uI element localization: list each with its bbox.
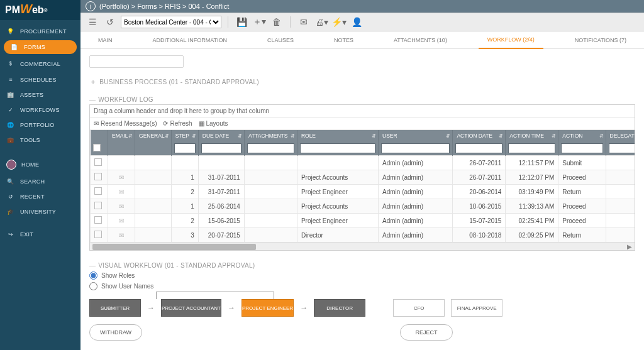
withdraw-button[interactable]: Withdraw (89, 324, 142, 341)
workflow-log-header[interactable]: Workflow Log (89, 96, 635, 103)
group-hint[interactable]: Drag a column header and drop it here to… (90, 105, 635, 118)
sidebar-item-schedules[interactable]: ≡Schedules (0, 72, 80, 87)
col-general[interactable]: General⇵ (135, 130, 172, 141)
row-checkbox[interactable] (94, 231, 102, 238)
add-icon[interactable]: ＋▾ (252, 15, 266, 29)
node-director[interactable]: Director (314, 299, 365, 317)
grid-scroll[interactable]: Email⇵General⇵Step⇵Due Date⇵Attachments⇵… (90, 130, 635, 243)
tab-notes[interactable]: Notes (325, 31, 362, 48)
col-role[interactable]: Role⇵ (297, 130, 378, 141)
col-email[interactable]: Email⇵ (108, 130, 135, 141)
sidebar-item-forms[interactable]: 📄Forms (4, 40, 77, 54)
record-select[interactable]: Boston Medical Center - 004 - Confl (121, 16, 221, 28)
show-roles-input[interactable] (89, 271, 97, 280)
filter-input[interactable] (247, 143, 294, 153)
field-placeholder[interactable] (89, 55, 184, 68)
horizontal-scrollbar[interactable]: ▶ (90, 243, 635, 250)
node-submitter[interactable]: Submitter (89, 299, 141, 317)
sidebar-item-exit[interactable]: ↪Exit (0, 227, 80, 242)
sidebar-item-label: Schedules (20, 77, 57, 83)
delete-icon[interactable]: 🗑 (270, 15, 284, 29)
tab-workflow-2-4-[interactable]: Workflow (2/4) (479, 32, 543, 49)
col-action-time[interactable]: Action Time⇵ (506, 130, 558, 141)
reject-button[interactable]: Reject (400, 324, 453, 341)
col-action-date[interactable]: Action Date⇵ (453, 130, 506, 141)
table-row[interactable]: ✉125-06-2014Project AccountsAdmin (admin… (91, 199, 635, 214)
tab-clauses[interactable]: Clauses (258, 31, 303, 48)
table-row[interactable]: ✉320-07-2015DirectorAdmin (admin)08-10-2… (91, 228, 635, 243)
sidebar-item-assets[interactable]: 🏢Assets (0, 87, 80, 102)
resend-button[interactable]: ✉ Resend Message(s) (94, 120, 157, 127)
sidebar-item-search[interactable]: 🔍Search (0, 174, 80, 189)
sidebar-item-label: Workflows (20, 107, 60, 113)
workflow-log-section: Workflow Log Drag a column header and dr… (89, 96, 635, 251)
col-attachments[interactable]: Attachments⇵ (244, 130, 297, 141)
tab-notifications-7-[interactable]: Notifications (7) (566, 31, 635, 48)
filter-input[interactable] (174, 143, 196, 153)
col-step[interactable]: Step⇵ (171, 130, 198, 141)
filter-input[interactable] (300, 143, 375, 153)
col-user[interactable]: User⇵ (379, 130, 453, 141)
tab-additional-information[interactable]: Additional Information (143, 31, 236, 48)
node-final-approve[interactable]: Final Approve (451, 299, 502, 317)
filter-input[interactable] (508, 143, 555, 153)
save-icon[interactable]: 💾 (235, 15, 248, 29)
sidebar-item-portfolio[interactable]: 🌐Portfolio (0, 118, 80, 133)
table-row[interactable]: ✉231-07-2011Project EngineerAdmin (admin… (91, 185, 635, 199)
row-checkbox[interactable] (94, 173, 102, 180)
search-icon: 🔍 (6, 178, 15, 185)
filter-input[interactable] (201, 143, 242, 153)
layouts-button[interactable]: ▦ Layouts (199, 120, 228, 127)
breadcrumb-bar: i (Portfolio) > Forms > RFIS > 004 - Con… (80, 0, 644, 13)
sidebar-item-procurement[interactable]: 💡Procurement (0, 24, 80, 39)
node-project-engineer[interactable]: Project Engineer (242, 299, 294, 317)
col-due-date[interactable]: Due Date⇵ (198, 130, 244, 141)
refresh-button[interactable]: ⟳ Refresh (163, 120, 192, 127)
node-cfo[interactable]: CFO (393, 299, 445, 317)
show-users-radio[interactable]: Show User Names (89, 282, 635, 290)
business-process-header[interactable]: ＋ Business Process (01 - Standard Approv… (89, 77, 635, 87)
node-project-accountant[interactable]: Project Accountant (161, 299, 221, 317)
sidebar-item-university[interactable]: 🎓University (0, 204, 80, 219)
filter-input[interactable] (381, 143, 450, 153)
table-row[interactable]: Admin (admin)26-07-201112:11:57 PMSubmit… (91, 156, 635, 170)
table-row[interactable]: ✉215-06-2015Project EngineerAdmin (admin… (91, 214, 635, 228)
history-icon[interactable]: ↺ (103, 15, 117, 29)
filter-input[interactable] (561, 143, 602, 153)
sidebar-item-home[interactable]: Home (0, 155, 80, 174)
workflow-log-label: Workflow Log (98, 96, 153, 103)
bolt-icon[interactable]: ⚡▾ (332, 15, 346, 29)
show-roles-radio[interactable]: Show Roles (89, 271, 635, 280)
col-action[interactable]: Action⇵ (558, 130, 606, 141)
row-checkbox[interactable] (94, 216, 102, 224)
row-checkbox[interactable] (94, 187, 102, 195)
tab-main[interactable]: Main (89, 31, 121, 48)
row-checkbox[interactable] (94, 202, 102, 209)
row-checkbox[interactable] (94, 158, 102, 166)
sidebar-item-tools[interactable]: 💼Tools (0, 133, 80, 148)
cell: Return (558, 185, 606, 199)
filter-input[interactable] (609, 143, 635, 153)
cell (606, 185, 635, 199)
list-icon[interactable]: ☰ (86, 15, 99, 29)
sidebar-item-workflows[interactable]: ✓Workflows (0, 102, 80, 118)
filter-cell (171, 141, 198, 156)
cell: ✉ (108, 185, 135, 199)
print-icon[interactable]: 🖨▾ (314, 15, 328, 29)
col-delegate[interactable]: Delegate⇵ (606, 130, 635, 141)
select-all-checkbox[interactable] (93, 144, 101, 151)
tab-attachments-10-[interactable]: Attachments (10) (385, 31, 456, 48)
cell: 11:39:13 AM (506, 199, 558, 214)
visual-workflow-header[interactable]: Visual Workflow (01 - Standard Approval) (89, 262, 635, 269)
filter-input[interactable] (455, 143, 502, 153)
filter-cell (244, 141, 297, 156)
cell: 1 (171, 199, 198, 214)
table-row[interactable]: ✉131-07-2011Project AccountsAdmin (admin… (91, 170, 635, 185)
sidebar-item-commercial[interactable]: ＄Commercial (0, 55, 80, 72)
mail-icon[interactable]: ✉ (297, 15, 311, 29)
show-users-input[interactable] (89, 282, 97, 290)
col-blank[interactable] (91, 130, 108, 141)
info-icon[interactable]: i (86, 1, 96, 11)
sidebar-item-recent[interactable]: ↺Recent (0, 189, 80, 204)
user-icon[interactable]: 👤 (350, 15, 364, 29)
